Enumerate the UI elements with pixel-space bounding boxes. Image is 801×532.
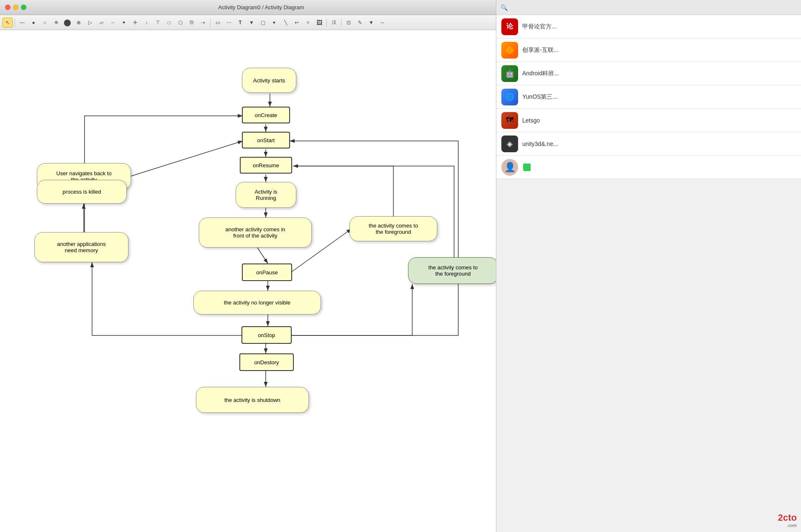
shutdown-node: the activity is shutdown: [196, 387, 309, 413]
maximize-button[interactable]: [21, 5, 26, 10]
another-activity-node: another activity comes infront of the ac…: [199, 217, 312, 248]
cross-circle-tool[interactable]: ⊗: [74, 18, 84, 28]
footer-brand: 2cto .com: [778, 512, 797, 528]
rect3-tool[interactable]: ▢: [258, 18, 268, 28]
ellipse-tool[interactable]: ○: [40, 18, 50, 28]
luntan-icon: 论: [506, 22, 513, 31]
title-bar: Activity Diagram0 / Activity Diagram: [0, 0, 496, 15]
chuangxiang-icon: 🔶: [505, 45, 515, 55]
resize-tool[interactable]: ↔: [377, 18, 388, 28]
line-tool[interactable]: —: [17, 18, 27, 28]
sidebar-label-yunos: YunOS第三...: [522, 93, 557, 101]
toolbar-separator-1: [15, 18, 15, 27]
split-tool[interactable]: ⊤: [153, 18, 163, 28]
diagram-canvas[interactable]: Activity starts onCreate onStart onResum…: [0, 30, 496, 532]
process-killed-node: process is killed: [37, 180, 127, 204]
cylinder-tool[interactable]: ⊕: [51, 18, 61, 28]
activity-foreground-1-node: the activity comes tothe foreground: [349, 216, 437, 241]
edit-tool[interactable]: ✎: [355, 18, 365, 28]
down-arrow-tool[interactable]: ↓: [141, 18, 151, 28]
pentagon-tool[interactable]: ⬠: [175, 18, 185, 28]
rect2-tool[interactable]: ▭: [213, 18, 223, 28]
sidebar-item-luntan[interactable]: 论 甲骨论官方...: [496, 15, 801, 38]
image-tool[interactable]: 🖼: [314, 18, 324, 28]
android-icon: 🤖: [505, 69, 514, 78]
sidebar-item-unity[interactable]: ◈ unity3d&.ne...: [496, 132, 801, 156]
toolbar-separator-2: [210, 18, 211, 27]
zoom-tool[interactable]: ⊡: [344, 18, 354, 28]
sidebar-label-chuangxiang: 创享派-互联...: [522, 46, 558, 54]
activity-starts-node: Activity starts: [242, 68, 296, 93]
letsgo-icon: 🗺: [506, 116, 513, 125]
close-button[interactable]: [5, 5, 10, 10]
tri-edit-tool[interactable]: ▼: [366, 18, 376, 28]
diagonal-tool[interactable]: ╲: [280, 18, 290, 28]
text-tool[interactable]: T: [235, 18, 245, 28]
sidebar-item-android[interactable]: 🤖 Android科班...: [496, 62, 801, 85]
sidebar-label-android: Android科班...: [522, 70, 559, 77]
activity-foreground-2-node: the activity comes tothe foreground: [408, 257, 496, 284]
filled-circle-tool[interactable]: ●: [28, 18, 39, 28]
tri-down-tool[interactable]: ▼: [246, 18, 257, 28]
activity-running-node: Activity isRunning: [236, 182, 296, 208]
svg-line-7: [257, 248, 268, 263]
rect-tool[interactable]: □: [164, 18, 174, 28]
search-icon: 🔍: [501, 4, 508, 11]
onstart-node: onStart: [242, 132, 290, 148]
unity-icon: ◈: [507, 139, 513, 148]
toolbar-separator-4: [341, 18, 341, 27]
sidebar-label-unity: unity3d&.ne...: [522, 141, 558, 147]
sidebar-item-chuangxiang[interactable]: 🔶 创享派-互联...: [496, 38, 801, 62]
green-square-icon: [523, 164, 531, 171]
onpause-node: onPause: [242, 263, 292, 281]
sidebar-item-letsgo[interactable]: 🗺 Letsgo: [496, 109, 801, 132]
sidebar-item-yunos[interactable]: 🌐 YunOS第三...: [496, 85, 801, 109]
dashed-tool[interactable]: ⋯: [224, 18, 234, 28]
cross-tool[interactable]: ✛: [130, 18, 140, 28]
toolbar: ↖ — ● ○ ⊕ ⬤ ⊗ ▷ ▱ → ✦ ✛ ↓ ⊤ □ ⬠ ⑪ ⇢ ▭ ⋯ …: [0, 15, 496, 30]
no-longer-visible-node: the activity no longer visible: [193, 291, 321, 315]
dots-arrow-tool[interactable]: ⇢: [198, 18, 208, 28]
sidebar-label-luntan: 甲骨论官方...: [522, 23, 557, 31]
onresume-node: onResume: [240, 157, 292, 174]
sidebar-label-letsgo: Letsgo: [522, 117, 540, 124]
window-title: Activity Diagram0 / Activity Diagram: [26, 4, 496, 10]
sidebar: 🔍 论 甲骨论官方... 🔶 创享派-互联... 🤖 Android科班... …: [496, 0, 801, 532]
star-tool[interactable]: ✦: [119, 18, 129, 28]
curve-tool[interactable]: ↩: [292, 18, 302, 28]
onstop-node: onStop: [241, 326, 292, 344]
parallelogram-tool[interactable]: ▱: [96, 18, 106, 28]
circles-tool[interactable]: ⑪: [187, 18, 197, 28]
minimize-button[interactable]: [13, 5, 18, 10]
avatar-icon: 👤: [504, 162, 516, 173]
another-apps-node: another applicationsneed memory: [34, 232, 128, 262]
format-tool[interactable]: 汉: [329, 18, 339, 28]
tri-down2-tool[interactable]: ▾: [269, 18, 279, 28]
ondestory-node: onDestory: [239, 353, 294, 371]
sidebar-item-avatar[interactable]: 👤: [496, 156, 801, 179]
tri-down3-tool[interactable]: ▿: [303, 18, 313, 28]
dark-circle-tool[interactable]: ⬤: [62, 18, 72, 28]
cursor-tool[interactable]: ↖: [3, 18, 13, 28]
sidebar-search-bar[interactable]: 🔍: [496, 0, 801, 15]
plain-arrow-tool[interactable]: →: [108, 18, 118, 28]
oncreate-node: onCreate: [242, 107, 290, 123]
arrow-right-tool[interactable]: ▷: [85, 18, 95, 28]
traffic-lights: [0, 5, 26, 10]
yunos-icon: 🌐: [505, 92, 514, 102]
toolbar-separator-3: [326, 18, 327, 27]
